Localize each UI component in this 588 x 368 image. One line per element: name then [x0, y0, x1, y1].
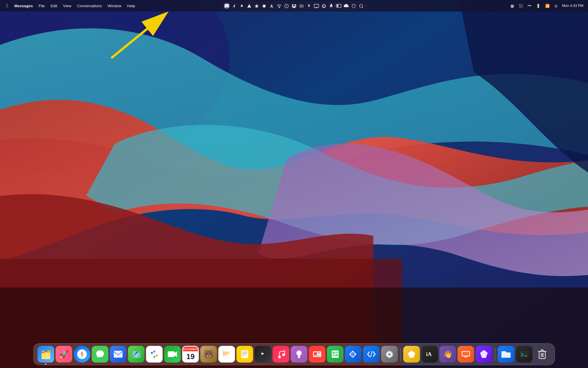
dock-item-news[interactable] [309, 346, 326, 363]
conversations-menu[interactable]: Conversations [75, 3, 104, 9]
tray-screen-icon[interactable] [314, 3, 319, 9]
svg-rect-51 [333, 352, 335, 354]
tray-fantastical-icon[interactable] [254, 3, 260, 9]
calendar-icon[interactable]: ▦ [509, 3, 515, 9]
svg-point-36 [223, 353, 225, 354]
dock-item-numbers[interactable] [327, 346, 344, 363]
svg-point-26 [153, 356, 155, 358]
svg-rect-8 [314, 4, 319, 7]
svg-rect-40 [242, 353, 247, 354]
file-menu[interactable]: File [36, 3, 47, 9]
svg-rect-5 [271, 6, 272, 7]
tray-clock-icon[interactable] [284, 3, 289, 9]
controlcenter-icon[interactable]: ••• [527, 3, 533, 8]
svg-rect-63 [524, 356, 527, 356]
svg-rect-32 [225, 352, 229, 352]
svg-point-43 [278, 356, 281, 359]
dock-item-facetime[interactable] [164, 346, 181, 363]
svg-point-44 [282, 353, 285, 356]
dock-item-notes[interactable] [237, 346, 253, 363]
dock-item-bear[interactable]: 🐻 [200, 346, 217, 363]
svg-rect-21 [114, 351, 123, 358]
svg-rect-49 [314, 356, 320, 356]
view-menu[interactable]: View [61, 3, 74, 9]
dock-item-calendar[interactable]: NOVEMBER 19 [182, 346, 199, 363]
dock-item-testflight[interactable] [345, 346, 362, 363]
dock-item-crystal[interactable] [476, 346, 492, 363]
tray-bluetooth-icon[interactable] [231, 3, 237, 9]
datetime[interactable]: Mon 4:33 PM [561, 3, 585, 8]
tray-dropzone-icon[interactable] [261, 3, 267, 9]
dock-item-sketch[interactable] [403, 346, 420, 363]
tray-displaymenu-icon[interactable] [336, 3, 342, 9]
svg-rect-53 [333, 354, 335, 356]
tray-power-icon[interactable] [321, 3, 327, 9]
dock-item-touch[interactable]: 👋 [440, 346, 456, 363]
tray-torch-icon[interactable] [239, 3, 245, 9]
battery-icon[interactable]: 🔋 [535, 3, 542, 9]
svg-point-37 [223, 354, 225, 355]
svg-rect-41 [242, 355, 246, 355]
svg-rect-46 [314, 352, 317, 355]
dock-item-mail[interactable] [110, 346, 127, 363]
tray-messages-icon[interactable] [224, 3, 230, 9]
window-menu[interactable]: Window [105, 3, 124, 9]
svg-rect-30 [168, 351, 174, 357]
svg-point-6 [279, 7, 280, 8]
dock-item-reminders[interactable] [218, 346, 235, 363]
wifi-icon[interactable]: 📶 [544, 3, 551, 9]
svg-point-35 [223, 351, 225, 352]
airplay-icon[interactable]: ⬛ [517, 3, 524, 9]
dock-item-files[interactable] [498, 346, 514, 363]
svg-rect-47 [318, 352, 320, 353]
dock-item-messages[interactable] [92, 346, 109, 363]
dock-item-terminal[interactable] [516, 346, 533, 363]
dock-item-finder[interactable]: 🗂️ [38, 346, 54, 363]
dock-item-maps[interactable]: 🗺️ [128, 346, 145, 363]
desktop:  Messages File Edit View Conversations … [0, 0, 588, 368]
tray-wifi-icon[interactable] [276, 3, 282, 9]
app-name[interactable]: Messages [12, 3, 35, 9]
edit-menu[interactable]: Edit [48, 3, 59, 9]
svg-point-57 [388, 353, 390, 355]
svg-point-29 [153, 353, 156, 356]
svg-rect-34 [225, 355, 227, 355]
help-menu[interactable]: Help [125, 3, 138, 9]
apple-menu[interactable]:  [3, 2, 11, 9]
svg-text:iA: iA [426, 351, 432, 357]
menubar-left:  Messages File Edit View Conversations … [3, 2, 138, 9]
svg-rect-33 [225, 353, 229, 354]
svg-rect-62 [520, 351, 529, 358]
tray-rocket-icon[interactable] [328, 3, 334, 9]
tray-pin-icon[interactable] [306, 3, 312, 9]
system-tray [220, 1, 368, 11]
siri-icon[interactable]: ◎ [553, 3, 559, 9]
dock-item-photos[interactable] [146, 346, 163, 363]
dock-item-system-preferences[interactable] [381, 346, 398, 363]
dock-separator-2 [495, 348, 495, 361]
dock-item-trash[interactable] [534, 346, 551, 363]
wallpaper [0, 0, 588, 368]
dock-item-safari[interactable] [74, 346, 90, 363]
tray-launchbar-icon[interactable] [269, 3, 274, 9]
tray-airdrop-icon[interactable] [246, 3, 252, 9]
svg-rect-50 [332, 350, 339, 358]
svg-rect-39 [242, 352, 247, 352]
menubar-right: ▦ ⬛ ••• 🔋 📶 ◎ Mon 4:33 PM [509, 3, 585, 9]
dock-item-screens[interactable] [458, 346, 474, 363]
dock-item-xcode[interactable] [363, 346, 380, 363]
dock-item-ia-writer[interactable]: iA [421, 346, 438, 363]
dock-item-music[interactable] [273, 346, 289, 363]
dock-item-podcasts[interactable] [291, 346, 307, 363]
dock-item-appletv[interactable] [255, 346, 271, 363]
svg-point-12 [359, 4, 363, 7]
tray-search-icon[interactable] [358, 3, 364, 9]
svg-rect-52 [336, 352, 338, 354]
dock-item-launchpad[interactable]: 🚀 [56, 346, 72, 363]
tray-dropbox-icon[interactable] [291, 3, 297, 9]
tray-loop-icon[interactable] [299, 3, 304, 9]
tray-1password-icon[interactable] [351, 3, 357, 9]
svg-rect-38 [241, 350, 248, 358]
tray-cloud-icon[interactable] [343, 3, 349, 9]
dock: 🗂️ 🚀 [33, 343, 555, 365]
